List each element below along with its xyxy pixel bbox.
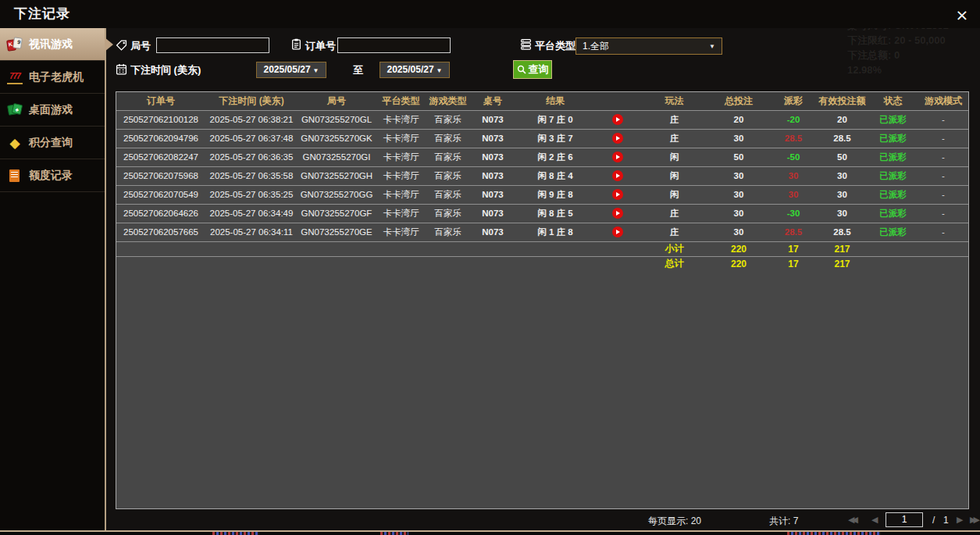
play-video-icon[interactable] [612,226,623,237]
per-page-label: 每页显示: 20 [648,515,701,528]
play-video-icon[interactable] [612,152,623,162]
cell-round-no: GN073255270GK [298,129,376,148]
records-table: 订单号 下注时间 (美东) 局号 平台类型 游戏类型 桌号 结果 玩法 总投注 … [116,91,969,509]
cell-bet-time: 2025-05-27 06:35:58 [205,166,298,185]
play-video-icon[interactable] [612,114,623,125]
cell-game-mode: - [918,148,968,166]
cell-status: 已派彩 [868,166,918,185]
round-number-input[interactable] [156,37,269,53]
platform-stack-icon [520,38,532,50]
first-page-icon[interactable]: ◀◀ [848,515,855,525]
date-to-picker[interactable]: 2025/05/27▼ [380,62,450,78]
bet-time-label: 下注时间 (美东) [130,62,201,79]
cell-game-mode: - [918,166,968,185]
col-table-no: 桌号 [469,92,516,110]
cell-result: 闲 2 庄 6 [516,148,594,166]
cell-order-no: 250527062057665 [116,223,205,241]
sidebar-item-video-games[interactable]: K9 视讯游戏 [0,28,105,61]
cell-result: 闲 3 庄 7 [516,129,594,148]
cell-status: 已派彩 [868,223,918,241]
prev-page-icon[interactable]: ◀ [871,515,878,525]
cell-game-mode: - [918,129,968,148]
sidebar-item-points-query[interactable]: ◆ 积分查询 [0,127,105,159]
sidebar-item-table-games[interactable]: ♠ 桌面游戏 [0,94,105,127]
grand-total-payout: 17 [770,256,817,271]
col-round-no: 局号 [298,92,376,110]
play-video-icon[interactable] [612,170,623,181]
cell-bet-time: 2025-05-27 06:34:11 [205,223,298,241]
cell-game-mode: - [918,223,968,241]
play-video-icon[interactable] [612,189,623,200]
sidebar-item-label: 电子老虎机 [29,70,84,84]
table-row: 2505270620947962025-05-27 06:37:48GN0732… [116,129,968,148]
cell-valid-bet: 30 [817,185,868,204]
cell-total-bet: 30 [707,166,770,185]
play-video-icon[interactable] [612,208,623,219]
cell-round-no: GN073255270GE [298,223,376,241]
cell-play-type: 庄 [641,129,707,148]
cell-valid-bet: 28.5 [817,129,868,148]
search-button[interactable]: 查询 [513,60,552,79]
cell-result: 闲 1 庄 8 [516,223,594,241]
col-game-type: 游戏类型 [426,92,469,110]
total-count-label: 共计: 7 [769,515,798,528]
cell-replay [594,185,641,204]
cell-play-type: 闲 [641,166,707,185]
pagination-bar: 每页显示: 20 共计: 7 ◀◀ ◀ 1 / 1 ▶ ▶▶ [106,509,980,531]
grand-total-valid-bet: 217 [817,256,868,271]
sidebar-item-slot-machines[interactable]: 777 电子老虎机 [0,61,105,94]
round-number-label: 局号 [130,37,151,55]
cell-status: 已派彩 [868,110,918,129]
cell-valid-bet: 28.5 [817,223,868,241]
cell-platform: 卡卡湾厅 [376,129,426,148]
date-from-picker[interactable]: 2025/05/27▼ [256,62,326,78]
cell-game-type: 百家乐 [426,129,469,148]
sidebar-item-label: 桌面游戏 [29,103,73,117]
col-status: 状态 [868,92,918,110]
cell-valid-bet: 30 [817,166,868,185]
sidebar-divider [105,28,106,531]
chevron-down-icon: ▼ [437,67,443,74]
cell-total-bet: 20 [707,110,770,129]
cell-table-no: N073 [469,204,516,223]
col-order-no: 订单号 [116,92,205,110]
cell-play-type: 闲 [641,185,707,204]
cell-valid-bet: 20 [817,110,868,129]
cell-platform: 卡卡湾厅 [376,204,426,223]
chevron-down-icon: ▼ [313,67,319,74]
col-game-mode: 游戏模式 [918,92,968,110]
cell-platform: 卡卡湾厅 [376,185,426,204]
table-row: 2505270620576652025-05-27 06:34:11GN0732… [116,223,968,241]
cell-round-no: GN073255270GL [298,110,376,129]
order-number-input[interactable] [337,37,451,53]
sidebar-item-label: 视讯游戏 [29,37,73,52]
cell-platform: 卡卡湾厅 [376,166,426,185]
table-row: 2505270620705492025-05-27 06:35:25GN0732… [116,185,968,204]
page-number-input[interactable]: 1 [886,512,923,527]
bleed-line: 下注限红: 20 - 50,000 [847,33,949,48]
next-page-icon[interactable]: ▶ [957,515,963,525]
betting-records-window: { "window": { "title": "下注记录", "close_gl… [0,0,980,535]
last-page-icon[interactable]: ▶▶ [970,515,977,525]
platform-type-select[interactable]: 1.全部 ▼ [576,37,722,55]
subtotal-row: 小计 220 17 217 [116,241,968,256]
cell-platform: 卡卡湾厅 [376,148,426,166]
date-from-value: 2025/05/27 [264,64,311,75]
cell-table-no: N073 [469,129,516,148]
cell-payout: 30 [770,166,817,185]
cell-game-mode: - [918,185,968,204]
platform-type-value: 1.全部 [583,41,609,52]
cell-platform: 卡卡湾厅 [376,223,426,241]
cell-play-type: 庄 [641,204,707,223]
cell-game-type: 百家乐 [426,148,469,166]
window-title: 下注记录 [14,0,70,28]
cell-round-no: GN073255270GH [298,166,376,185]
col-result: 结果 [516,92,594,110]
cell-total-bet: 50 [707,148,770,166]
cell-bet-time: 2025-05-27 06:36:35 [205,148,298,166]
sidebar-item-quota-records[interactable]: 额度记录 [0,159,105,192]
cell-payout: -50 [770,148,817,166]
play-video-icon[interactable] [612,133,623,144]
cell-bet-time: 2025-05-27 06:35:25 [205,185,298,204]
close-icon[interactable]: × [953,6,971,23]
